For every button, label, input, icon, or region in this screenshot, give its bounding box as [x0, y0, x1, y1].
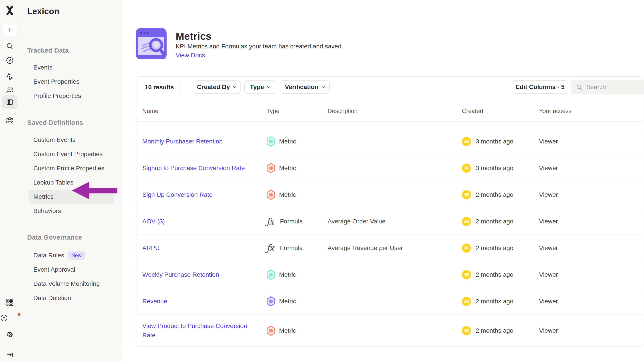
search-icon [576, 84, 582, 90]
users-icon[interactable] [6, 86, 14, 94]
type-label: Metric [279, 165, 296, 172]
events-cursor-icon[interactable] [6, 73, 14, 81]
formula-fx-icon: ƒx [266, 243, 276, 253]
page-heading: Metrics [176, 30, 212, 42]
access-cell: Viewer [539, 191, 558, 198]
filter-created-by-button[interactable]: Created By [193, 80, 240, 94]
plus-icon [6, 26, 13, 33]
created-cell: JB 2 months ago [462, 326, 514, 335]
sidebar-item-label: Event Properties [33, 78, 80, 85]
created-cell: JB 2 months ago [462, 297, 514, 306]
sidebar-item-behaviors[interactable]: Behaviors [27, 204, 116, 218]
filter-label: Created By [197, 83, 230, 91]
search-input[interactable] [586, 83, 635, 91]
metric-name-link[interactable]: Monthly Purchaser Retention [142, 137, 254, 146]
created-time: 2 months ago [476, 191, 514, 198]
sidebar-item-custom-events[interactable]: Custom Events [27, 133, 116, 147]
metric-name-link[interactable]: Sign Up Conversion Rate [142, 190, 254, 199]
sidebar-item-label: Data Volume Monitoring [33, 280, 100, 287]
sidebar-item-profile-properties[interactable]: Profile Properties [27, 89, 116, 103]
sidebar-item-event-approval[interactable]: Event Approval [27, 262, 116, 277]
metric-name-link[interactable]: Signup to Purchase Conversion Rate [142, 164, 254, 173]
filter-label: Verification [285, 83, 318, 91]
chevron-down-icon [267, 86, 270, 88]
avatar: JB [462, 243, 471, 252]
column-header-access: Your access [539, 108, 572, 115]
type-label: Metric [279, 298, 296, 305]
sidebar-item-data-volume-monitoring[interactable]: Data Volume Monitoring [27, 277, 116, 291]
created-cell: JB 2 months ago [462, 217, 514, 226]
section-label: Data Governance [27, 234, 116, 241]
metric-name-link[interactable]: AOV ($) [142, 217, 254, 226]
create-button[interactable] [2, 23, 17, 37]
type-label: Formula [280, 218, 303, 225]
access-cell: Viewer [539, 271, 558, 278]
filter-type-button[interactable]: Type [244, 80, 276, 94]
sidebar-item-label: Event Approval [33, 266, 75, 273]
avatar: JB [462, 326, 471, 335]
metric-name-link[interactable]: View Product to Purchase Conversion Rate [142, 321, 254, 340]
help-icon[interactable]: ? [0, 314, 20, 322]
divider [179, 80, 180, 94]
discover-compass-icon[interactable] [6, 57, 14, 64]
type-cell: ƒx Formula [266, 216, 303, 226]
sidebar-item-event-properties[interactable]: Event Properties [27, 75, 116, 89]
annotation-arrow [72, 182, 118, 199]
lexicon-panel-icon [6, 98, 14, 106]
apps-grid-icon[interactable] [6, 298, 14, 306]
filter-verification-button[interactable]: Verification [280, 80, 330, 94]
notification-dot [18, 313, 20, 316]
lexicon-nav-active[interactable] [2, 95, 17, 109]
hexagon-purple-icon [266, 296, 275, 307]
avatar: JB [462, 190, 471, 199]
table-row: Sign Up Conversion Rate Metric JB 2 mont… [136, 181, 644, 208]
access-cell: Viewer [539, 244, 558, 252]
metrics-table-card: 16 results Created By Type Verification … [136, 76, 644, 347]
created-cell: JB 2 months ago [462, 270, 514, 279]
divider [0, 346, 122, 346]
cohorts-icon[interactable] [6, 116, 14, 124]
settings-gear-icon[interactable] [6, 331, 14, 339]
sidebar-item-custom-event-properties[interactable]: Custom Event Properties [27, 147, 116, 161]
table-row: Revenue Metric JB 2 months ago Viewer [136, 288, 644, 315]
sidebar-item-events[interactable]: Events [27, 60, 116, 75]
svg-text:?: ? [3, 316, 5, 321]
metric-name-link[interactable]: Weekly Purchase Retention [142, 270, 254, 279]
hexagon-orange-icon [266, 326, 275, 336]
mixpanel-logo-icon[interactable] [5, 5, 15, 15]
sidebar-item-custom-profile-properties[interactable]: Custom Profile Properties [27, 161, 116, 176]
metrics-app-icon [136, 28, 167, 59]
sidebar-item-label: Metrics [33, 193, 53, 200]
section-label: Saved Definitions [27, 119, 116, 126]
metric-name-link[interactable]: Revenue [142, 297, 254, 306]
description-cell: Average Order Value [328, 218, 386, 225]
type-cell: Metric [266, 190, 296, 200]
column-header-type: Type [266, 108, 280, 115]
lexicon-metrics-page: { "rail": { "icons": ["mixpanel-logo", "… [0, 0, 644, 362]
access-cell: Viewer [539, 138, 558, 145]
sidebar-item-data-rules[interactable]: Data Rules New [27, 248, 116, 262]
table-row: View Product to Purchase Conversion Rate… [136, 315, 644, 347]
section-tracked-data: Tracked Data Events Event Properties Pro… [27, 47, 116, 103]
access-cell: Viewer [539, 165, 558, 172]
access-cell: Viewer [539, 218, 558, 225]
expand-sidebar-icon[interactable] [6, 351, 14, 359]
hexagon-teal-icon [266, 136, 275, 147]
description-cell: Average Revenue per User [328, 244, 403, 252]
created-time: 2 months ago [476, 244, 514, 252]
type-label: Formula [280, 244, 303, 252]
hexagon-orange-icon [266, 190, 275, 200]
chevron-down-icon [322, 86, 325, 88]
table-row: Signup to Purchase Conversion Rate Metri… [136, 155, 644, 181]
avatar: JB [462, 137, 471, 146]
created-time: 2 months ago [476, 298, 514, 305]
search-icon[interactable] [6, 42, 14, 50]
edit-columns-button[interactable]: Edit Columns · 5 [512, 80, 568, 94]
page-subtitle: KPI Metrics and Formulas your team has c… [176, 43, 343, 50]
sidebar-item-data-deletion[interactable]: Data Deletion [27, 291, 116, 305]
table-row: ARPU ƒx Formula Average Revenue per User… [136, 235, 644, 261]
view-docs-link[interactable]: View Docs [176, 52, 205, 59]
sidebar-item-label: Data Rules [33, 252, 64, 259]
metric-name-link[interactable]: ARPU [142, 243, 254, 253]
search-box[interactable] [571, 80, 644, 94]
